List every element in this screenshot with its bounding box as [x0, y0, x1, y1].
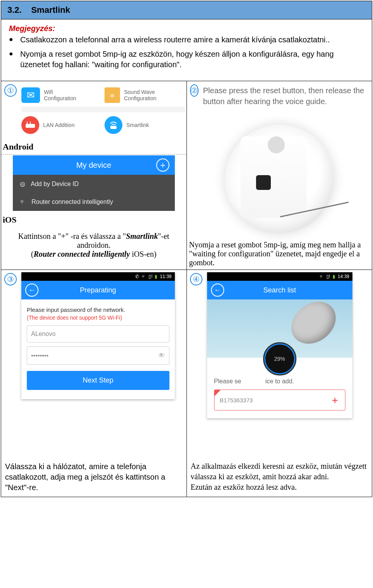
router-connected-item[interactable]: ᯤ Router connected intelligently: [13, 193, 175, 211]
add-found-device-button[interactable]: ＋: [330, 394, 340, 406]
wifi-icon: ᯤ: [319, 274, 324, 279]
screen-title-bar: ← Preparating: [21, 281, 175, 299]
signal-icon: ▯!: [326, 274, 330, 279]
camera-illustration: [225, 125, 334, 233]
cap1d: (: [31, 250, 34, 258]
notes-title: Megjegyzés:: [9, 24, 364, 33]
smartlink-label: Smartlink: [126, 122, 149, 128]
step1-caption: Kattintson a "+" -ra és válassza a "Smar…: [5, 232, 183, 259]
mydevice-panel: My device ＋ ◎ Add by Device ID ᯤ Router …: [13, 155, 175, 211]
signal-icon: ▯!: [148, 274, 152, 279]
cell-step4: ④ ᯤ ▯! ▮ 14:39 ← Search list: [186, 270, 372, 497]
password-input[interactable]: •••••••• 👁: [27, 346, 169, 365]
plsb: ice to add.: [265, 378, 294, 384]
step4-caption: Az alkalmazás elkezdi keresni az eszköz,…: [191, 461, 368, 492]
step2-caption: Nyomja a reset gombot 5mp-ig, amíg meg n…: [189, 240, 370, 267]
step1-badge: ①: [4, 84, 17, 97]
add-by-id-label: Add by Device ID: [31, 181, 79, 188]
input-instruction: Please input password of the network.: [27, 306, 169, 313]
cap1e: Router connected intelligently: [34, 250, 130, 258]
section-header: 3.2. Smartlink: [1, 1, 372, 19]
wifi-cfg-label-2: Configuration: [44, 95, 76, 101]
cell-step3: ③ ✆ ᯤ ▯! ▮ 11:39 ← Preparating: [1, 270, 186, 497]
next-btn-label: Next Step: [83, 376, 113, 384]
step3-badge: ③: [4, 273, 17, 285]
vibrate-icon: ✆: [135, 274, 139, 279]
plsa: Please se: [214, 378, 241, 384]
router-icon: [105, 116, 122, 134]
bullet-icon: ●: [9, 35, 13, 45]
ios-label: iOS: [3, 215, 185, 225]
password-value: ••••••••: [31, 352, 49, 359]
android-label: Android: [3, 142, 185, 152]
eye-icon[interactable]: 👁: [158, 351, 165, 360]
section-number: 3.2.: [7, 5, 22, 15]
status-bar: ᯤ ▯! ▮ 14:39: [207, 272, 353, 281]
lan-label: LAN Addition: [43, 122, 75, 128]
cell-step2: ② Please press the reset button, then re…: [186, 81, 372, 270]
cap1f: iOS-en): [130, 250, 156, 258]
clock: 11:39: [160, 274, 171, 279]
steps-grid: ① ✉ Wifi Configuration ≣: [1, 81, 372, 497]
list-icon: ≣: [105, 87, 120, 103]
cap1b: Smartlink: [126, 232, 158, 240]
progress-value: 29%: [274, 356, 285, 362]
back-button[interactable]: ←: [211, 284, 224, 297]
cap2b: waiting for configuration: [192, 249, 270, 258]
router-small-icon: ᯤ: [20, 198, 26, 205]
add-device-button[interactable]: ＋: [156, 158, 169, 172]
cell-step1: ① ✉ Wifi Configuration ≣: [1, 81, 186, 270]
step3-caption: Válassza ki a hálózatot, amire a telefon…: [5, 461, 183, 493]
cap1a: Kattintson a "+" -ra és válassza a ": [18, 232, 126, 240]
wifi-cfg-label-1: Wifi: [44, 89, 76, 95]
lan-icon: [21, 116, 39, 134]
svg-rect-0: [26, 124, 35, 128]
ssid-value: ALenovo: [31, 331, 56, 337]
clock: 14:39: [338, 274, 349, 279]
step4-badge: ④: [190, 273, 202, 285]
mydevice-header: My device ＋: [13, 155, 175, 175]
back-button[interactable]: ←: [25, 284, 38, 297]
add-by-device-id-item[interactable]: ◎ Add by Device ID: [13, 175, 175, 193]
progress-indicator: 29%: [263, 342, 296, 376]
mydevice-title: My device: [76, 161, 111, 170]
page-container: 3.2. Smartlink Megjegyzés: ● Csatlakozzo…: [1, 1, 372, 497]
step2-badge: ②: [190, 84, 199, 97]
screen-title: Search list: [263, 286, 296, 294]
screen-title-bar: ← Search list: [207, 281, 353, 299]
select-device-text: Please se ice to add.: [214, 378, 346, 385]
step2-instruction: Please press the reset button, then rele…: [202, 81, 372, 109]
screen-title: Preparating: [80, 286, 116, 294]
router-conn-label: Router connected intelligently: [31, 198, 113, 205]
battery-icon: ▮: [155, 274, 157, 279]
notes-block: Megjegyzés: ● Csatlakozzon a telefonnal …: [1, 19, 372, 81]
battery-icon: ▮: [333, 274, 335, 279]
found-device-card[interactable]: B175363373 ＋: [214, 390, 346, 411]
svg-rect-3: [110, 126, 117, 129]
bullet-icon: ●: [9, 49, 13, 70]
wifi-icon: ᯤ: [141, 274, 146, 279]
status-bar: ✆ ᯤ ▯! ▮ 11:39: [21, 272, 175, 281]
dashed-separator: [1, 154, 186, 155]
sound-cfg-label-1: Sound Wave: [124, 89, 156, 95]
section-title: Smartlink: [31, 5, 70, 15]
wifi-warning: (The device does not support 5G Wi-Fi): [27, 315, 169, 321]
note-bullet-2: ● Nyomja a reset gombot 5mp-ig az eszköz…: [9, 49, 364, 70]
divider: [21, 107, 185, 112]
next-step-button[interactable]: Next Step: [27, 371, 169, 390]
note-text-1: Csatlakozzon a telefonnal arra a wireles…: [20, 35, 330, 45]
note-text-2: Nyomja a reset gombot 5mp-ig az eszközön…: [20, 49, 364, 70]
envelope-icon: ✉: [21, 87, 40, 103]
target-icon: ◎: [20, 180, 25, 188]
note-bullet-1: ● Csatlakozzon a telefonnal arra a wirel…: [9, 35, 364, 45]
sound-cfg-label-2: Configuration: [124, 95, 156, 101]
ssid-input[interactable]: ALenovo: [27, 325, 169, 343]
device-id: B175363373: [220, 397, 253, 404]
